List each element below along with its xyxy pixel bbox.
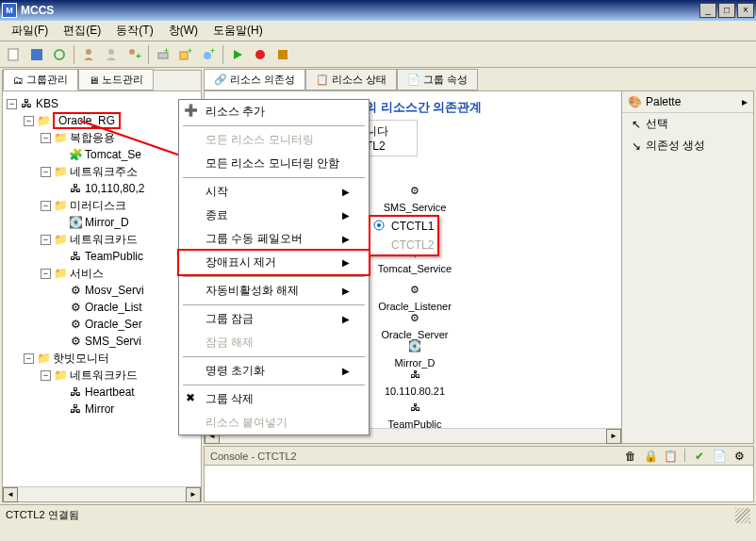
- console-log-icon[interactable]: 📄: [711, 449, 728, 464]
- tree-toggle[interactable]: −: [7, 99, 17, 109]
- tree-nw-card2[interactable]: 네트워크카드: [70, 368, 138, 384]
- tree-oracle-list[interactable]: Oracle_List: [85, 301, 142, 314]
- menu-file[interactable]: 파일(F): [4, 21, 56, 41]
- toolbar-play-icon[interactable]: [227, 44, 248, 65]
- toolbar-user-disabled-icon[interactable]: [101, 44, 122, 65]
- ctx-delete-group[interactable]: ✖그룹 삭제: [179, 387, 369, 411]
- console-settings-icon[interactable]: ⚙: [731, 449, 748, 464]
- toolbar-new-icon[interactable]: [4, 44, 25, 65]
- tree-heartbeat[interactable]: Heartbeat: [85, 385, 135, 399]
- tab-resource-status[interactable]: 📋리소스 상태: [305, 69, 397, 90]
- close-button[interactable]: ×: [737, 3, 754, 18]
- gear-icon: ⚙: [69, 335, 82, 348]
- diagram-node-sms[interactable]: ⚙SMS_Service: [368, 181, 462, 213]
- tree-mirror-disk[interactable]: 미러디스크: [70, 198, 126, 214]
- tab-groupattr-label: 그룹 속성: [423, 73, 468, 87]
- menu-help[interactable]: 도움말(H): [205, 21, 271, 41]
- radio-selected-icon: [373, 220, 385, 234]
- menubar: 파일(F) 편집(E) 동작(T) 창(W) 도움말(H): [0, 21, 756, 41]
- ctx-unlock[interactable]: 잠금 해제: [179, 331, 369, 354]
- ctx-stop[interactable]: 종료▶: [179, 204, 369, 227]
- ctx-separator: [183, 276, 365, 277]
- ctx-clear-fault[interactable]: 장애표시 제거▶: [177, 249, 370, 276]
- console-ok-icon[interactable]: ✔: [691, 449, 708, 464]
- scroll-right-button[interactable]: ►: [606, 429, 621, 444]
- tree-mirror-d[interactable]: Mirror_D: [85, 216, 129, 229]
- toolbar-separator: [74, 45, 74, 64]
- ctx-manual-failover[interactable]: 그룹 수동 페일오버▶: [179, 227, 369, 251]
- toolbar-add-resource-icon[interactable]: +: [198, 44, 219, 65]
- scroll-track[interactable]: [18, 487, 186, 501]
- ctx-add-resource[interactable]: ➕리소스 추가: [179, 100, 369, 123]
- left-hscroll[interactable]: ◄ ►: [3, 486, 201, 501]
- tree-toggle[interactable]: −: [41, 235, 51, 245]
- tree-network-addr[interactable]: 네트워크주소: [70, 164, 138, 180]
- tree-toggle[interactable]: −: [41, 201, 51, 211]
- ctx-group-lock[interactable]: 그룹 잠금▶: [179, 307, 369, 331]
- tree-mirror[interactable]: Mirror: [85, 402, 114, 416]
- tree-teampublic[interactable]: TeamPublic: [85, 250, 143, 263]
- toolbar-user-add-icon[interactable]: +: [123, 44, 144, 65]
- toolbar-stop-icon[interactable]: [272, 44, 293, 65]
- ctx-auto-disable-off[interactable]: 자동비활성화 해제▶: [179, 279, 369, 303]
- tree-toggle[interactable]: −: [24, 353, 34, 364]
- scroll-left-button[interactable]: ◄: [3, 487, 18, 502]
- chevron-right-icon[interactable]: ▸: [742, 95, 748, 108]
- menu-edit[interactable]: 편집(E): [56, 21, 108, 41]
- tree-tomcat[interactable]: Tomcat_Se: [85, 148, 141, 161]
- folder-icon: 📁: [37, 114, 50, 127]
- tree-toggle[interactable]: −: [41, 167, 51, 177]
- svg-text:+: +: [136, 51, 141, 61]
- tree-network-card[interactable]: 네트워크카드: [70, 232, 138, 248]
- tree-ip[interactable]: 10,110,80,2: [85, 182, 144, 195]
- tree-oracle-rg[interactable]: Oracle_RG: [53, 112, 121, 129]
- menu-window[interactable]: 창(W): [161, 21, 205, 41]
- diagram-node-oracle-server[interactable]: ⚙Oracle_Server: [368, 308, 462, 340]
- resize-grip-icon[interactable]: [735, 508, 750, 523]
- diagram-node-ip[interactable]: 🖧10.110.80.21: [368, 365, 462, 397]
- tab-resource-dependency[interactable]: 🔗리소스 의존성: [204, 69, 305, 90]
- palette-select[interactable]: ↖선택: [622, 113, 753, 135]
- minimize-button[interactable]: _: [699, 3, 716, 18]
- toolbar-user-icon[interactable]: [78, 44, 99, 65]
- tree-composite-app[interactable]: 복합응용: [70, 130, 115, 146]
- ctx-monitor-all[interactable]: 모든 리소스 모니터링: [179, 128, 369, 152]
- submenu-ctctl2[interactable]: CTCTL2: [370, 236, 437, 254]
- console-clear-icon[interactable]: 🗑: [622, 449, 639, 464]
- console-copy-icon[interactable]: 📋: [662, 449, 679, 464]
- tree-mosv[interactable]: Mosv_Servi: [85, 284, 144, 297]
- tree-view[interactable]: −🖧KBS −📁Oracle_RG −📁복합응용 🧩Tomcat_Se −📁네트…: [3, 91, 201, 486]
- tree-oracle-serv[interactable]: Oracle_Ser: [85, 318, 142, 331]
- maximize-button[interactable]: □: [718, 3, 735, 18]
- tree-hotbit[interactable]: 핫빗모니터: [53, 351, 109, 367]
- toolbar-record-icon[interactable]: [250, 44, 271, 65]
- ctx-start[interactable]: 시작▶: [179, 180, 369, 204]
- tree-root[interactable]: KBS: [36, 97, 58, 110]
- tree-service[interactable]: 서비스: [70, 266, 104, 282]
- palette-dependency[interactable]: ↘의존성 생성: [622, 135, 753, 156]
- tab-node-management[interactable]: 🖥 노드관리: [78, 69, 154, 90]
- diagram-node-oracle-listener[interactable]: ⚙Oracle_Listener: [368, 280, 462, 312]
- tree-sms-serv[interactable]: SMS_Servi: [85, 335, 141, 348]
- tab-group-management[interactable]: 🗂 그룹관리: [3, 69, 78, 90]
- ctx-init-cmd[interactable]: 명령 초기화▶: [179, 359, 369, 383]
- scroll-right-button[interactable]: ►: [186, 487, 201, 502]
- console-body[interactable]: [205, 466, 753, 501]
- toolbar-add-group-icon[interactable]: +: [175, 44, 196, 65]
- console-lock-icon[interactable]: 🔒: [642, 449, 659, 464]
- ctx-monitor-none[interactable]: 모든 리소스 모니터링 안함: [179, 152, 369, 175]
- toolbar-add-server-icon[interactable]: +: [153, 44, 173, 65]
- tree-toggle[interactable]: −: [41, 133, 51, 143]
- ctx-label: 그룹 수동 페일오버: [205, 231, 303, 247]
- tab-group-attribute[interactable]: 📄그룹 속성: [397, 69, 478, 90]
- ctx-paste-resource[interactable]: 리소스 붙여넣기: [179, 411, 369, 434]
- toolbar-save-icon[interactable]: [26, 44, 47, 65]
- tree-toggle[interactable]: −: [41, 370, 51, 381]
- tree-toggle[interactable]: −: [41, 269, 51, 279]
- tree-toggle[interactable]: −: [24, 116, 34, 126]
- diagram-node-mirror-d[interactable]: 💽Mirror_D: [368, 336, 462, 369]
- menu-action[interactable]: 동작(T): [108, 21, 160, 41]
- submenu-ctctl1[interactable]: CTCTL1: [370, 217, 437, 236]
- toolbar-refresh-icon[interactable]: [49, 44, 70, 65]
- diagram-node-teampublic[interactable]: 🖧TeamPublic: [368, 398, 462, 430]
